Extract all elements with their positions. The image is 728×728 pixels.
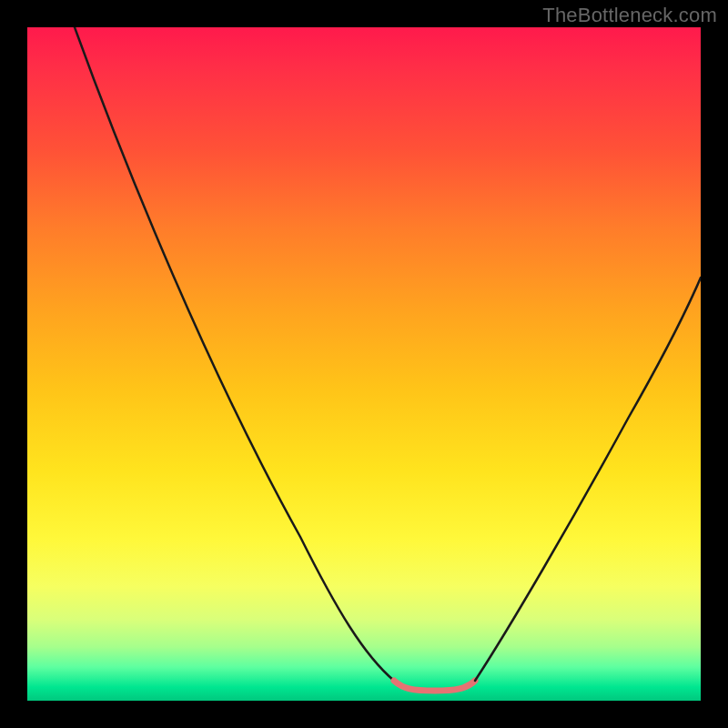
bottleneck-right-branch — [475, 278, 701, 681]
plot-area — [27, 27, 701, 701]
bottleneck-valley-accent — [394, 681, 475, 691]
bottleneck-left-branch — [75, 27, 394, 681]
watermark-text: TheBottleneck.com — [542, 4, 717, 27]
chart-frame: TheBottleneck.com — [0, 0, 728, 728]
curve-overlay — [27, 27, 701, 701]
